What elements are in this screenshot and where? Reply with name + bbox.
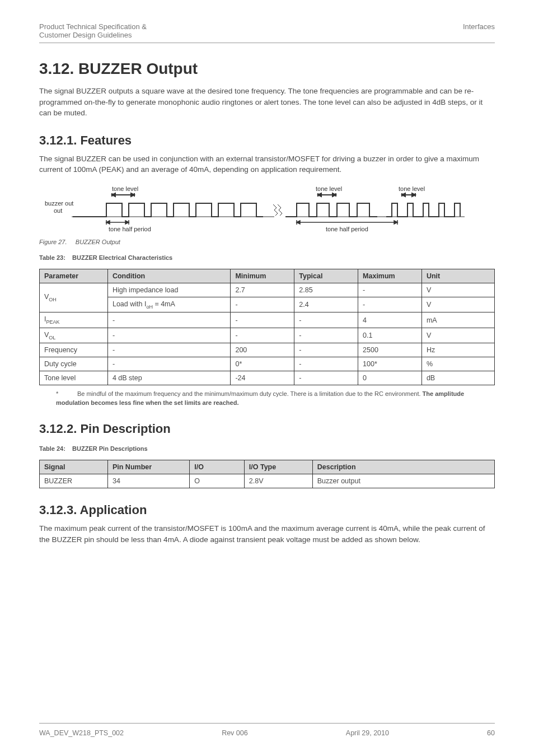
th-parameter: Parameter bbox=[40, 269, 108, 283]
th-condition: Condition bbox=[107, 269, 231, 283]
table-buzzer-electrical: Parameter Condition Minimum Typical Maxi… bbox=[39, 269, 495, 386]
svg-marker-12 bbox=[106, 221, 110, 224]
th-minimum: Minimum bbox=[231, 269, 294, 283]
svg-marker-31 bbox=[394, 221, 397, 224]
svg-text:tone half period: tone half period bbox=[326, 226, 368, 232]
header-right: Interfaces bbox=[463, 22, 495, 39]
features-body: The signal BUZZER can be used in conjunc… bbox=[39, 153, 495, 175]
cell-voh: VOH bbox=[40, 283, 108, 312]
cell-ipeak: IPEAK bbox=[40, 312, 108, 328]
figure-buzzer-output: buzzer out out tone level bbox=[39, 182, 495, 235]
svg-marker-13 bbox=[125, 221, 129, 224]
header-left: Product Technical Specification & Custom… bbox=[39, 22, 147, 39]
svg-text:tone level: tone level bbox=[112, 185, 138, 192]
table-row: VOH High impedance load 2.7 2.85 - V bbox=[40, 283, 495, 297]
footer-page: 60 bbox=[487, 729, 495, 737]
page-header: Product Technical Specification & Custom… bbox=[39, 22, 495, 43]
table23-footnote: * Be mindful of the maximum frequency an… bbox=[56, 390, 495, 407]
header-left-line1: Product Technical Specification & bbox=[39, 22, 147, 31]
section-intro: The signal BUZZER outputs a square wave … bbox=[39, 86, 495, 119]
svg-text:tone level: tone level bbox=[399, 185, 425, 192]
th-io: I/O bbox=[190, 460, 245, 474]
header-left-line2: Customer Design Guidelines bbox=[39, 31, 147, 39]
th-signal: Signal bbox=[40, 460, 108, 474]
table23-caption: Table 23: BUZZER Electrical Characterist… bbox=[39, 254, 495, 261]
table-row: IPEAK - - - 4 mA bbox=[40, 312, 495, 328]
th-pin: Pin Number bbox=[107, 460, 189, 474]
th-iotype: I/O Type bbox=[244, 460, 312, 474]
page-footer: WA_DEV_W218_PTS_002 Rev 006 April 29, 20… bbox=[39, 723, 495, 737]
table-row: Frequency - 200 - 2500 Hz bbox=[40, 343, 495, 357]
pindesc-title: 3.12.2. Pin Description bbox=[39, 422, 495, 436]
table-row: Load with IoH = 4mA - 2.4 - V bbox=[40, 297, 495, 312]
figure-ylabel: buzzer out bbox=[45, 200, 73, 207]
svg-text:out: out bbox=[54, 207, 62, 214]
svg-text:tone level: tone level bbox=[316, 185, 342, 192]
figure-caption: Figure 27. BUZZER Output bbox=[39, 239, 495, 245]
table-buzzer-pin: Signal Pin Number I/O I/O Type Descripti… bbox=[39, 460, 495, 488]
features-title: 3.12.1. Features bbox=[39, 133, 495, 148]
th-maximum: Maximum bbox=[358, 269, 422, 283]
th-unit: Unit bbox=[421, 269, 494, 283]
svg-text:tone half period: tone half period bbox=[109, 226, 151, 232]
th-typical: Typical bbox=[294, 269, 358, 283]
table-row: Tone level 4 dB step -24 - 0 dB bbox=[40, 371, 495, 385]
cell-vol: VOL bbox=[40, 328, 108, 343]
table-row: BUZZER 34 O 2.8V Buzzer output bbox=[40, 474, 495, 488]
footer-date: April 29, 2010 bbox=[346, 729, 389, 737]
section-title: 3.12. BUZZER Output bbox=[39, 60, 495, 78]
table-row: Duty cycle - 0* - 100* % bbox=[40, 357, 495, 371]
footer-rev: Rev 006 bbox=[222, 729, 248, 737]
cell-load-ioh: Load with IoH = 4mA bbox=[107, 297, 231, 312]
table-row: VOL - - - 0.1 V bbox=[40, 328, 495, 343]
header-rule bbox=[39, 43, 495, 43]
th-desc: Description bbox=[312, 460, 494, 474]
svg-marker-30 bbox=[297, 221, 300, 224]
table24-caption: Table 24: BUZZER Pin Descriptions bbox=[39, 445, 495, 452]
page: Product Technical Specification & Custom… bbox=[0, 0, 534, 756]
footer-doc-id: WA_DEV_W218_PTS_002 bbox=[39, 729, 124, 737]
application-title: 3.12.3. Application bbox=[39, 503, 495, 517]
application-body: The maximum peak current of the transist… bbox=[39, 523, 495, 545]
